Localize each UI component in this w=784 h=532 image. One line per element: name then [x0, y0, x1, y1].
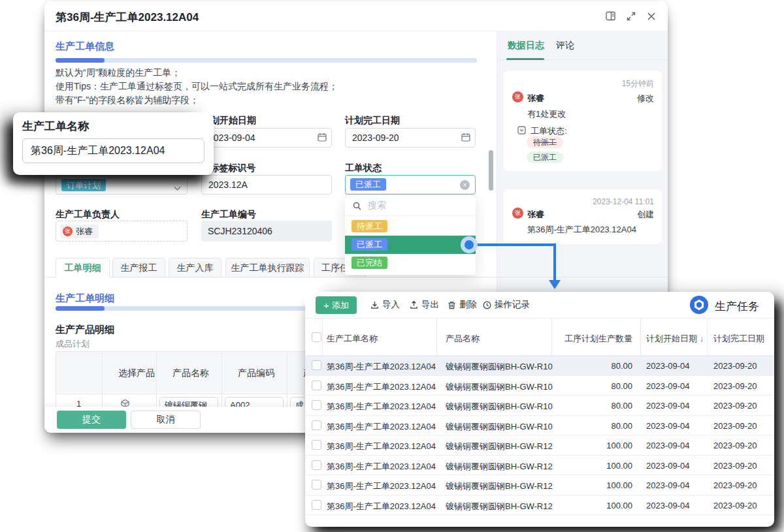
- cancel-button[interactable]: 取消: [131, 411, 201, 429]
- plan-end-input[interactable]: [345, 128, 476, 148]
- log-time: 2023-12-04 11:01: [593, 197, 654, 206]
- plus-icon: +: [323, 300, 329, 310]
- history-button[interactable]: 操作记录: [483, 292, 530, 318]
- row-checkbox[interactable]: [312, 420, 321, 430]
- export-icon: [410, 301, 418, 309]
- tab-warehouse-in[interactable]: 生产入库: [169, 258, 221, 277]
- log-field-name: 工单状态:: [531, 125, 567, 137]
- cell-work-order-name: 第36周-生产工单2023.12A04: [327, 361, 436, 373]
- close-icon[interactable]: [647, 12, 656, 21]
- table-row[interactable]: 第36周-生产工单2023.12A04 镀锡铜覆钢圆钢BH-GW-R12 100…: [305, 495, 774, 516]
- cell-end-date: 2023-09-20: [713, 461, 757, 471]
- cell-work-order-name: 第36周-生产工单2023.12A04: [327, 441, 436, 452]
- active-tab-underline: [506, 58, 544, 60]
- status-search-row[interactable]: 搜索: [345, 195, 476, 216]
- clock-icon: [483, 301, 491, 309]
- owner-pill: 张 张睿: [60, 225, 99, 238]
- cell-start-date: 2023-09-04: [646, 421, 690, 431]
- row-checkbox[interactable]: [312, 381, 321, 390]
- row-checkbox[interactable]: [312, 460, 321, 470]
- log-card[interactable]: 2023-12-04 11:01 张 张睿 创建 第36周-生产工单2023.1…: [504, 189, 662, 244]
- row-checkbox[interactable]: [312, 480, 321, 490]
- detail-section-title: 生产工单明细: [56, 292, 114, 305]
- table-row[interactable]: 第36周-生产工单2023.12A04 镀锡铜覆钢圆钢BH-GW-R12 100…: [305, 475, 774, 495]
- row-checkbox[interactable]: [312, 360, 321, 370]
- row-checkbox[interactable]: [312, 500, 321, 510]
- col-product-code: 产品编码: [238, 368, 274, 379]
- cell-product-name: 镀锡铜覆钢圆钢BH-GW-R12: [446, 480, 553, 492]
- product-plan-subtitle: 成品计划: [56, 338, 90, 350]
- cell-product-name: 镀锡铜覆钢圆钢BH-GW-R12: [446, 501, 553, 512]
- name-card: 生产工单名称: [13, 112, 214, 175]
- cell-qty: 100.00: [551, 461, 632, 471]
- import-button[interactable]: 导入: [370, 292, 400, 318]
- cell-start-date: 2023-09-04: [646, 480, 690, 490]
- col-select-product: 选择产品: [118, 368, 155, 379]
- owner-label: 生产工单负责人: [56, 209, 120, 221]
- col-product-name[interactable]: 产品名称: [446, 333, 480, 345]
- cell-work-order-name: 第36周-生产工单2023.12A04: [327, 421, 436, 433]
- chevron-down-icon: [174, 182, 181, 194]
- tag-no-input[interactable]: [201, 175, 332, 195]
- expand-icon[interactable]: [627, 12, 636, 21]
- cell-end-date: 2023-09-20: [713, 361, 757, 371]
- scrollbar-thumb[interactable]: [489, 150, 493, 191]
- name-card-input[interactable]: [22, 138, 204, 163]
- cell-product-name: 镀锡铜覆钢圆钢BH-GW-R10: [446, 381, 553, 393]
- tab-data-log[interactable]: 数据日志: [508, 40, 544, 52]
- order-type-tag: 订单计划: [61, 179, 106, 191]
- submit-button[interactable]: 提交: [57, 411, 126, 429]
- calendar-icon: [461, 133, 470, 144]
- log-summary: 有1处更改: [527, 108, 566, 120]
- log-tabs: 数据日志 评论: [497, 31, 668, 60]
- clear-icon[interactable]: ×: [460, 180, 470, 190]
- app-name: 生产任务: [715, 299, 759, 314]
- tab-production-report[interactable]: 生产报工: [112, 258, 165, 277]
- calendar-icon: [318, 133, 327, 144]
- row-checkbox[interactable]: [312, 440, 321, 450]
- delete-button[interactable]: 删除: [448, 292, 477, 318]
- cell-qty: 100.00: [551, 480, 632, 490]
- option-assigned[interactable]: 已派工: [345, 236, 476, 254]
- info-section-title: 生产工单信息: [56, 40, 114, 53]
- col-end-date[interactable]: 计划完工日期: [713, 333, 764, 345]
- table-row[interactable]: 第36周-生产工单2023.12A04 镀锡铜覆钢圆钢BH-GW-R10 80.…: [305, 416, 774, 436]
- cell-end-date: 2023-09-20: [713, 441, 757, 450]
- table-row[interactable]: 第36周-生产工单2023.12A04 镀锡铜覆钢圆钢BH-GW-R10 80.…: [305, 396, 774, 416]
- cell-product-name: 镀锡铜覆钢圆钢BH-GW-R10: [446, 361, 553, 373]
- table-row[interactable]: 第36周-生产工单2023.12A04 镀锡铜覆钢圆钢BH-GW-R12 100…: [305, 435, 774, 456]
- option-pending[interactable]: 待派工: [345, 217, 476, 236]
- tab-comments[interactable]: 评论: [556, 40, 574, 52]
- row-checkbox[interactable]: [312, 400, 321, 410]
- table-row[interactable]: 第36周-生产工单2023.12A04 镀锡铜覆钢圆钢BH-GW-R10 80.…: [305, 376, 774, 396]
- log-action: 创建: [637, 209, 654, 221]
- task-table-body: 第36周-生产工单2023.12A04 镀锡铜覆钢圆钢BH-GW-R10 80.…: [305, 356, 774, 515]
- cell-product-name: 镀锡铜覆钢圆钢BH-GW-R10: [446, 421, 553, 433]
- sort-desc-icon: ↓: [700, 334, 704, 343]
- log-card[interactable]: 15分钟前 张 张睿 修改 有1处更改 工单状态: 待派工 已派工: [504, 70, 662, 171]
- tab-execution-tracking[interactable]: 生产工单执行跟踪: [225, 258, 310, 277]
- cell-start-date: 2023-09-04: [646, 401, 690, 411]
- col-work-order-name[interactable]: 生产工单名称: [327, 333, 378, 345]
- col-start-date[interactable]: 计划开始日期 ↓: [646, 333, 704, 345]
- status-select[interactable]: 已派工 ×: [345, 175, 476, 195]
- order-type-select[interactable]: 订单计划: [56, 175, 188, 195]
- cell-qty: 80.00: [551, 421, 632, 431]
- plan-start-input[interactable]: [201, 128, 332, 148]
- table-row[interactable]: 第36周-生产工单2023.12A04 镀锡铜覆钢圆钢BH-GW-R10 80.…: [305, 356, 774, 376]
- col-qty[interactable]: 工序计划生产数量: [551, 333, 632, 345]
- tab-work-order-detail[interactable]: 工单明细: [56, 258, 110, 277]
- side-panel-icon[interactable]: [606, 11, 615, 21]
- option-finished[interactable]: 已完结: [345, 254, 476, 272]
- cell-start-date: 2023-09-04: [646, 381, 690, 391]
- add-button[interactable]: + 添加: [316, 296, 357, 314]
- status-label: 工单状态: [345, 163, 382, 174]
- log-user: 张睿: [527, 93, 544, 104]
- export-button[interactable]: 导出: [410, 292, 439, 318]
- table-row[interactable]: 第36周-生产工单2023.12A04 镀锡铜覆钢圆钢BH-GW-R12 100…: [305, 456, 774, 476]
- import-icon: [370, 301, 379, 309]
- product-detail-title: 生产产品明细: [56, 324, 114, 336]
- cell-qty: 80.00: [551, 401, 632, 411]
- select-all-checkbox[interactable]: [312, 332, 321, 342]
- owner-field[interactable]: 张 张睿: [56, 221, 188, 242]
